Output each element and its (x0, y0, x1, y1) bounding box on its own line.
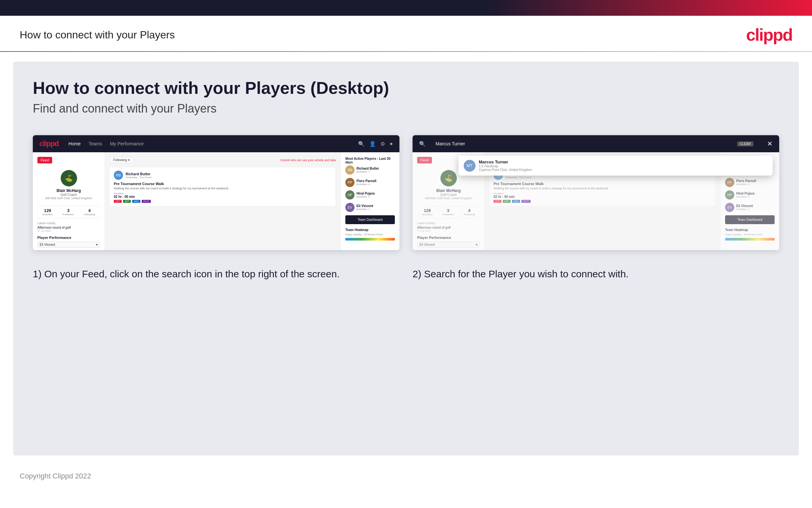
team-heatmap-title: Team Heatmap (345, 228, 395, 232)
player-name-1: Piers Parnell (356, 179, 377, 183)
player-activities-2: Activities: 3 (356, 195, 375, 198)
activity-author-name: Richard Butler (126, 172, 152, 176)
player-activities-1: Activities: 4 (356, 183, 377, 186)
player-activities-0: Activities: 7 (356, 170, 379, 173)
app-header-1: clippd Home Teams My Performance 🔍 👤 ⚙ ● (33, 135, 399, 152)
team-heatmap-subtitle: Player Quality · 20 Round Trend (345, 233, 395, 236)
category-tags-2: OTT APP ARG PUTT (493, 200, 711, 203)
main-content: How to connect with your Players (Deskto… (13, 62, 799, 456)
control-link[interactable]: Control who can see your activity and da… (280, 159, 336, 162)
profile-title: Golf Coach (37, 193, 100, 197)
stat-following-2: 4 Following (464, 208, 475, 216)
chevron-down-icon-2: ▾ (476, 243, 477, 247)
player-avatar-r1: PP (725, 178, 734, 187)
team-dashboard-label: Team Dashboard (357, 218, 382, 221)
nav-icons: 🔍 👤 ⚙ ● (358, 141, 393, 147)
app-header-2: 🔍 Marcus Turner CLEAR ✕ (413, 135, 779, 152)
most-active-title: Most Active Players - Last 30 days (345, 157, 395, 164)
stat-label-activities-2: Activities (422, 213, 433, 216)
screenshots-row: clippd Home Teams My Performance 🔍 👤 ⚙ ●… (33, 135, 779, 250)
latest-activity-label: Latest Activity (37, 221, 100, 225)
stat-activities-2: 129 Activities (422, 208, 433, 216)
nav-item-teams[interactable]: Teams (89, 141, 102, 146)
activity-card: RB Richard Butler Yesterday · The Grove … (109, 167, 336, 206)
left-panel-1: Feed ⛳ Blair McHarg Golf Coach Mill Ride… (33, 152, 105, 250)
nav-item-home[interactable]: Home (68, 141, 81, 146)
tag-app: APP (123, 200, 131, 203)
stat-label-following-2: Following (464, 213, 475, 216)
player-avatar-1: PP (345, 178, 354, 187)
player-performance-label-2: Player Performance (417, 236, 480, 240)
player-item-3: EV Eli Vincent Activities: 1 (345, 203, 395, 212)
feed-tab-2: Feed (417, 157, 432, 163)
activity-desc-2: Walking the course with my coach to buil… (493, 187, 711, 190)
following-button[interactable]: Following ▾ (109, 157, 134, 163)
close-icon[interactable]: ✕ (767, 140, 773, 148)
settings-icon[interactable]: ⚙ (380, 141, 385, 147)
player-info-r2: Hiral Pujara Activities: 3 (736, 192, 755, 198)
heatmap-bar-2 (725, 238, 775, 241)
description-text-1: 1) On your Feed, click on the search ico… (33, 266, 399, 281)
activity-author-info: Richard Butler Yesterday · The Grove (126, 172, 152, 179)
search-result-name: Marcus Turner (479, 160, 532, 164)
player-info-3: Eli Vincent Activities: 1 (356, 204, 373, 211)
clear-button[interactable]: CLEAR (737, 141, 753, 146)
player-item-r1: PP Piers Parnell Activities: 4 (725, 178, 775, 187)
screenshot-2: 🔍 Marcus Turner CLEAR ✕ Feed ⛳ Blair McH… (413, 135, 779, 250)
feed-tab[interactable]: Feed (37, 157, 52, 163)
tag-putt: PUTT (142, 200, 151, 203)
activity-title-2: Pre Tournament Course Walk (493, 182, 711, 186)
duration-value: 02 hr : 00 min (114, 195, 332, 199)
nav-item-performance[interactable]: My Performance (110, 141, 144, 146)
player-info-r1: Piers Parnell Activities: 4 (736, 179, 756, 186)
person-icon[interactable]: 👤 (369, 141, 376, 147)
latest-activity: Latest Activity Afternoon round of golf … (37, 221, 100, 232)
search-result-club: Cypress Point Club, United Kingdom (479, 168, 532, 172)
app-logo-1: clippd (39, 139, 59, 148)
player-info-r3: Eli Vincent Activities: 1 (736, 204, 753, 211)
tag-ott-2: OTT (493, 200, 501, 203)
avatar-icon[interactable]: ● (390, 141, 393, 147)
chevron-down-icon: ▾ (128, 158, 130, 162)
search-result-info: Marcus Turner 1.5 Handicap Cypress Point… (479, 160, 532, 172)
team-heatmap-2: Team Heatmap Player Quality · 20 Round T… (725, 228, 775, 241)
latest-activity-text-2: Afternoon round of golf (417, 226, 480, 229)
player-avatar-2: HP (345, 190, 354, 200)
tag-putt-2: PUTT (521, 200, 531, 203)
activity-avatar: RB (114, 171, 123, 180)
header: How to connect with your Players clippd (0, 16, 812, 51)
duration-label-2: Duration (493, 192, 711, 195)
player-item-r3: EV Eli Vincent Activities: 1 (725, 203, 775, 212)
player-activities-r2: Activities: 3 (736, 195, 755, 198)
team-dashboard-button[interactable]: Team Dashboard (345, 215, 395, 224)
team-heatmap-section: Team Heatmap Player Quality · 20 Round T… (345, 228, 395, 241)
activity-author-meta: Yesterday · The Grove (126, 176, 152, 179)
stat-label-following: Following (84, 213, 95, 216)
search-result-item[interactable]: MT Marcus Turner 1.5 Handicap Cypress Po… (464, 160, 767, 172)
heatmap-title-2: Team Heatmap (725, 228, 775, 232)
avatar-2: ⛳ (440, 170, 457, 186)
search-query-text: Marcus Turner (435, 141, 727, 146)
tag-ott: OTT (114, 200, 122, 203)
latest-activity-label-2: Latest Activity (417, 221, 480, 225)
description-text-1-content: 1) On your Feed, click on the search ico… (33, 268, 340, 279)
stat-followers: 3 Followers (63, 208, 74, 216)
player-select[interactable]: Eli Vincent ▾ (37, 242, 100, 248)
stat-num-activities: 129 (42, 208, 53, 213)
footer: Copyright Clippd 2022 (0, 465, 812, 487)
search-icon-2: 🔍 (419, 141, 426, 147)
activity-header: RB Richard Butler Yesterday · The Grove (114, 171, 332, 180)
stat-num-activities-2: 129 (422, 208, 433, 213)
following-row: Following ▾ Control who can see your act… (109, 157, 336, 163)
description-text-2-content: 2) Search for the Player you wish to con… (413, 268, 629, 279)
category-tags: OTT APP ARG PUTT (114, 200, 332, 203)
app-nav-1: Home Teams My Performance (68, 141, 349, 146)
player-activities-3: Activities: 1 (356, 208, 373, 211)
profile-name-2: Blair McHarg (417, 188, 480, 193)
profile-title-2: Golf Coach (417, 193, 480, 197)
player-avatar-3: EV (345, 203, 354, 212)
search-icon[interactable]: 🔍 (358, 141, 365, 147)
chevron-down-icon: ▾ (96, 243, 98, 247)
profile-club-2: Mill Ride Golf Club, United Kingdom (417, 197, 480, 200)
player-activities-r3: Activities: 1 (736, 208, 753, 211)
